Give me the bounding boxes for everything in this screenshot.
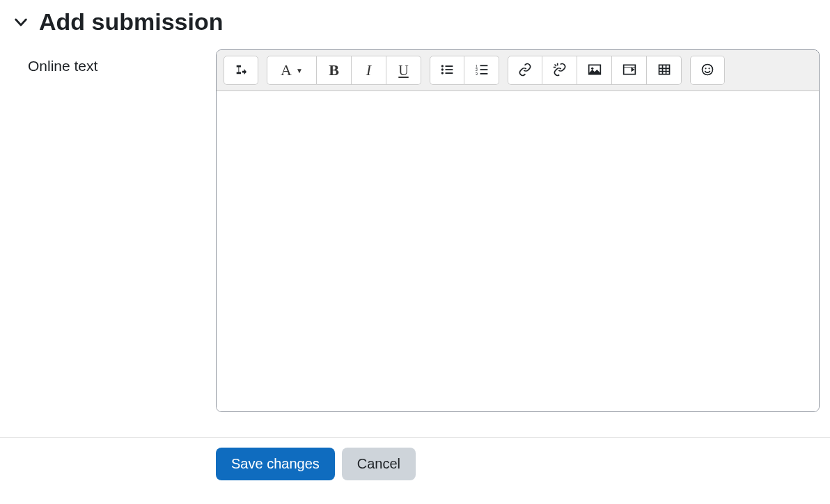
chevron-down-icon[interactable] [14,15,28,29]
underline-button[interactable]: U [386,56,421,85]
expand-toolbar-icon [235,63,247,78]
editor-textarea[interactable] [217,91,819,411]
ordered-list-button[interactable]: 123 [464,56,499,85]
svg-point-16 [591,67,593,69]
svg-rect-9 [480,69,487,70]
link-button[interactable] [508,56,542,85]
table-icon [657,63,671,79]
numbered-list-icon: 123 [475,63,489,79]
image-button[interactable] [577,56,612,85]
italic-button[interactable]: I [352,56,386,85]
media-button[interactable] [612,56,647,85]
svg-point-0 [441,65,444,67]
svg-point-26 [708,68,710,69]
image-icon [588,63,602,79]
svg-point-24 [703,64,713,74]
cancel-button[interactable]: Cancel [342,448,416,480]
svg-text:3: 3 [475,71,477,75]
emoji-button[interactable] [690,56,725,85]
video-icon [622,63,636,79]
italic-icon: I [366,61,371,79]
svg-marker-18 [631,67,634,72]
bold-icon: B [329,61,339,79]
rich-text-editor: A ▼ B I U [216,49,820,412]
save-changes-button[interactable]: Save changes [216,448,335,480]
paragraph-styles-button[interactable]: A ▼ [267,56,317,85]
svg-line-12 [554,64,556,66]
bullet-list-icon [440,63,454,79]
svg-point-4 [441,72,444,74]
svg-point-2 [441,68,444,70]
svg-rect-11 [480,73,487,74]
link-icon [518,63,532,79]
table-button[interactable] [647,56,682,85]
svg-rect-7 [480,65,487,66]
underline-icon: U [398,63,408,79]
unordered-list-button[interactable] [430,56,464,85]
smile-icon [700,63,714,79]
caret-down-icon: ▼ [296,67,303,74]
svg-point-25 [705,68,706,69]
expand-toolbar-button[interactable] [224,56,258,85]
online-text-label: Online text [28,49,216,74]
bold-button[interactable]: B [317,56,352,85]
unlink-button[interactable] [542,56,577,85]
unlink-icon [553,63,567,79]
page-title: Add submission [39,8,223,36]
editor-toolbar: A ▼ B I U [217,50,819,91]
font-styles-icon: A [281,61,292,79]
svg-rect-1 [446,65,453,67]
svg-rect-5 [446,72,453,74]
svg-rect-19 [659,65,669,74]
svg-rect-3 [446,69,453,70]
